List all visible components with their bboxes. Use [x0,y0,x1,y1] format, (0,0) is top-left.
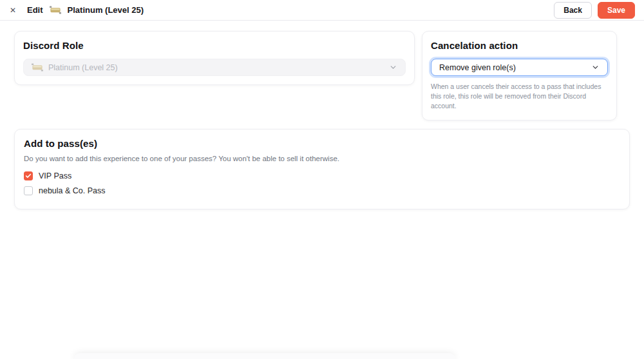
back-button[interactable]: Back [554,2,592,19]
pass-option-vip[interactable]: VIP Pass [24,171,620,180]
cancelation-action-title: Cancelation action [431,40,608,51]
add-to-passes-description: Do you want to add this experience to on… [24,155,620,162]
platinum-bar-emoji-icon [50,6,61,14]
topbar-left: ✕ Edit Platinum (Level 25) [6,4,144,17]
edit-role-modal: ✕ Edit Platinum (Level 25) Back Save [0,0,644,359]
page-title: Platinum (Level 25) [68,5,144,15]
platinum-bar-emoji-icon [32,63,43,72]
main-content: Discord Role Platinum [0,21,644,209]
pass-option-label: VIP Pass [39,171,71,180]
discord-role-select[interactable]: Platinum (Level 25) [23,59,406,76]
topbar-actions: Back Save [554,2,635,19]
add-to-passes-card: Add to pass(es) Do you want to add this … [14,129,630,209]
discord-role-card: Discord Role Platinum [14,31,415,85]
cards-row: Discord Role Platinum [14,31,630,121]
add-to-passes-title: Add to pass(es) [24,138,620,149]
chevron-down-icon [389,63,397,72]
save-button[interactable]: Save [598,2,635,19]
edit-label: Edit [27,5,43,15]
checkbox-icon[interactable] [24,171,33,180]
pass-option-label: nebula & Co. Pass [39,186,106,195]
pass-option-nebula[interactable]: nebula & Co. Pass [24,186,620,195]
chevron-down-icon [591,63,600,72]
cancelation-helper-text: When a user cancels their access to a pa… [431,82,608,112]
close-icon[interactable]: ✕ [6,4,19,17]
topbar: ✕ Edit Platinum (Level 25) Back Save [0,0,644,21]
discord-role-title: Discord Role [23,40,406,51]
cancelation-action-card: Cancelation action Remove given role(s) … [422,31,617,121]
bottom-peek-panel [74,353,455,359]
discord-role-select-value: Platinum (Level 25) [48,63,118,72]
checkbox-icon[interactable] [24,186,33,195]
cancelation-action-select-value: Remove given role(s) [439,63,516,72]
cancelation-action-select[interactable]: Remove given role(s) [431,59,608,76]
